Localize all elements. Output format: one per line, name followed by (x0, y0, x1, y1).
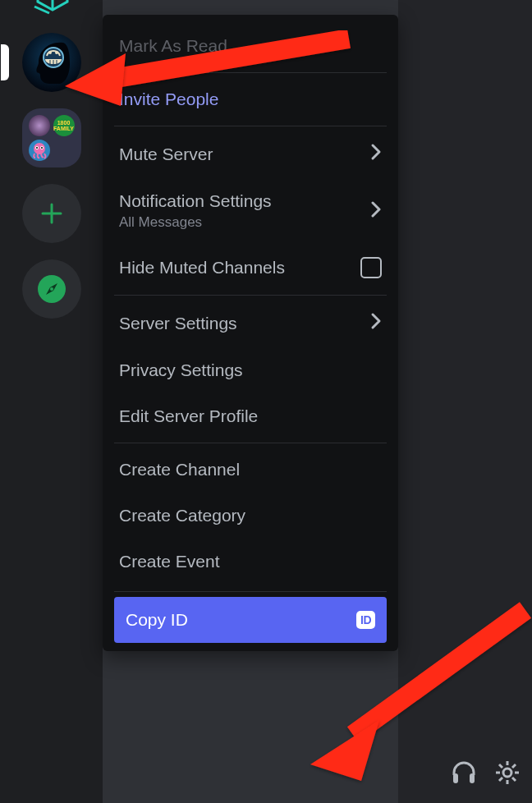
svg-point-7 (34, 143, 45, 154)
menu-invite-people[interactable]: Invite People (114, 76, 387, 122)
gear-icon (494, 759, 521, 786)
squid-icon (30, 141, 48, 159)
menu-label: Mute Server (119, 145, 213, 164)
menu-privacy-settings[interactable]: Privacy Settings (114, 347, 387, 393)
menu-label: Create Category (119, 506, 245, 525)
menu-divider (114, 295, 387, 296)
svg-line-27 (499, 778, 502, 781)
compass-icon (36, 273, 67, 305)
menu-divider (114, 443, 387, 443)
chevron-right-icon (370, 312, 382, 334)
svg-marker-31 (310, 720, 379, 781)
folder-server-icon-empty (53, 140, 75, 161)
menu-label: Create Channel (119, 460, 240, 480)
folder-server-icon-3[interactable] (29, 140, 50, 161)
svg-line-24 (499, 764, 502, 768)
add-server-button[interactable] (22, 184, 81, 243)
chevron-right-icon (370, 143, 382, 165)
svg-line-25 (512, 778, 516, 781)
headset-button[interactable] (450, 759, 478, 790)
headset-icon (450, 759, 478, 787)
server-context-menu: Mark As Read Invite People Mute Server N… (103, 15, 398, 651)
selected-indicator (1, 44, 9, 80)
cube-glyph-icon (33, 0, 71, 16)
menu-label: Create Event (119, 552, 220, 571)
settings-button[interactable] (494, 759, 521, 789)
menu-label: Mark As Read (119, 36, 227, 56)
folder-server-icon-1[interactable] (29, 115, 50, 136)
menu-label: Privacy Settings (119, 360, 243, 380)
svg-point-11 (41, 147, 43, 149)
svg-point-10 (36, 147, 38, 149)
menu-server-settings[interactable]: Server Settings (114, 299, 387, 347)
menu-mute-server[interactable]: Mute Server (114, 130, 387, 178)
head-silhouette-icon (22, 33, 81, 92)
menu-divider (114, 126, 387, 126)
svg-point-19 (503, 769, 511, 777)
server-icon-head[interactable] (22, 33, 81, 92)
menu-label: Copy ID (126, 610, 188, 630)
menu-hide-muted-channels[interactable]: Hide Muted Channels (114, 244, 387, 291)
menu-notification-settings[interactable]: Notification Settings All Messages (114, 178, 387, 244)
chevron-right-icon (370, 200, 382, 223)
menu-label: Notification Settings (119, 191, 272, 211)
folder-server-icon-2[interactable]: 1800 FAMILY (53, 115, 75, 136)
server-icon-logo[interactable] (22, 0, 81, 16)
menu-sublabel: All Messages (119, 214, 272, 231)
svg-point-3 (55, 51, 58, 54)
menu-create-event[interactable]: Create Event (114, 539, 387, 585)
menu-divider (114, 591, 387, 592)
user-controls (398, 746, 532, 803)
menu-edit-server-profile[interactable]: Edit Server Profile (114, 393, 387, 439)
plus-icon (39, 201, 64, 226)
menu-copy-id[interactable]: Copy ID ID (114, 597, 387, 643)
svg-point-16 (50, 287, 53, 291)
svg-line-26 (512, 764, 516, 768)
folder-server-label: 1800 FAMILY (53, 120, 75, 131)
explore-button[interactable] (22, 259, 81, 319)
menu-label: Server Settings (119, 314, 237, 333)
menu-label: Invite People (119, 89, 218, 109)
checkbox-icon[interactable] (360, 257, 382, 278)
menu-divider (114, 72, 387, 73)
menu-label: Hide Muted Channels (119, 258, 285, 278)
svg-rect-18 (470, 773, 475, 783)
menu-label: Edit Server Profile (119, 406, 258, 426)
menu-create-category[interactable]: Create Category (114, 493, 387, 539)
svg-point-2 (48, 51, 52, 54)
server-folder[interactable]: 1800 FAMILY (22, 108, 81, 167)
right-pane (398, 0, 532, 803)
menu-mark-as-read[interactable]: Mark As Read (114, 23, 387, 69)
menu-create-channel[interactable]: Create Channel (114, 447, 387, 493)
svg-rect-17 (453, 773, 458, 783)
id-badge-icon: ID (356, 611, 375, 629)
server-rail: 1800 FAMILY (0, 0, 103, 803)
